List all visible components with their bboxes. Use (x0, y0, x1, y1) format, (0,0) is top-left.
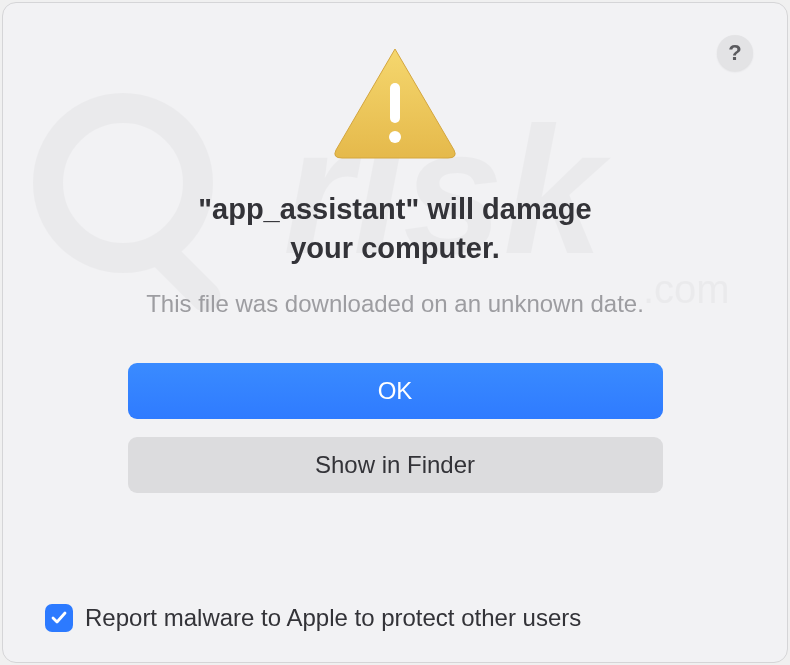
button-container: OK Show in Finder (128, 363, 663, 493)
ok-button[interactable]: OK (128, 363, 663, 419)
title-line-1: "app_assistant" will damage (198, 193, 591, 225)
warning-triangle-icon (330, 45, 460, 160)
show-in-finder-button[interactable]: Show in Finder (128, 437, 663, 493)
title-line-2: your computer. (290, 232, 500, 264)
help-icon: ? (728, 40, 741, 66)
svg-rect-4 (390, 83, 400, 123)
report-malware-checkbox[interactable] (45, 604, 73, 632)
checkbox-label: Report malware to Apple to protect other… (85, 604, 581, 632)
show-in-finder-label: Show in Finder (315, 451, 475, 479)
checkmark-icon (50, 609, 68, 627)
ok-button-label: OK (378, 377, 413, 405)
dialog-subtitle: This file was downloaded on an unknown d… (86, 290, 704, 318)
svg-point-5 (389, 131, 401, 143)
checkbox-row: Report malware to Apple to protect other… (45, 604, 581, 632)
help-button[interactable]: ? (717, 35, 753, 71)
security-alert-dialog: risk .com ? "app_assistant" will damage … (2, 2, 788, 663)
dialog-title: "app_assistant" will damage your compute… (118, 190, 671, 268)
